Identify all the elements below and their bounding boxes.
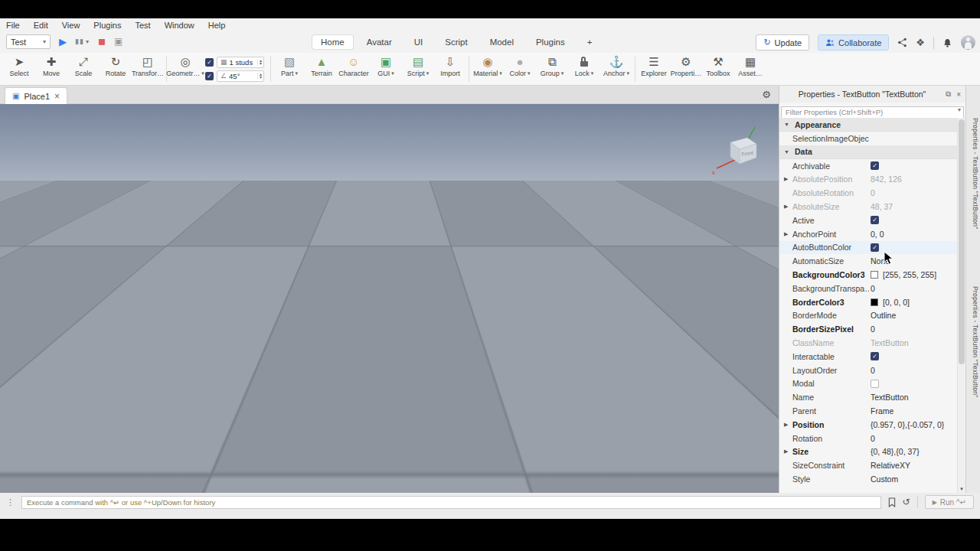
tab-avatar[interactable]: Avatar bbox=[358, 35, 400, 49]
property-value[interactable]: TextButton bbox=[869, 393, 909, 402]
tool-move[interactable]: ✚Move bbox=[35, 53, 67, 85]
chevron-down-icon[interactable]: ▾ bbox=[561, 71, 564, 76]
tool-select[interactable]: ➤Select bbox=[3, 53, 35, 85]
expand-icon[interactable]: ▶ bbox=[784, 204, 791, 210]
property-row-backgroundcolor3[interactable]: BackgroundColor3[255, 255, 255] bbox=[779, 268, 957, 282]
stepper-down-icon[interactable]: ▾ bbox=[260, 62, 262, 66]
property-value[interactable]: 842, 126 bbox=[869, 174, 902, 184]
3d-viewport[interactable]: Shop X 48 x 37 bbox=[0, 104, 779, 493]
tool-toolbox[interactable]: ⚒Toolbox bbox=[702, 53, 734, 85]
property-row-interactable[interactable]: Interactable✓ bbox=[779, 350, 957, 364]
tool-import[interactable]: ⇩Import bbox=[434, 53, 466, 85]
property-row-bordersizepixel[interactable]: BorderSizePixel0 bbox=[779, 322, 957, 336]
section-caret-icon[interactable]: ▼ bbox=[784, 149, 791, 155]
property-value[interactable]: 0 bbox=[869, 188, 875, 197]
property-row-style[interactable]: StyleCustom bbox=[779, 472, 957, 486]
property-value[interactable]: TextButton bbox=[869, 338, 909, 347]
snap-rotate-field[interactable]: ∠ 45° ▴▾ bbox=[217, 70, 264, 82]
menu-help[interactable]: Help bbox=[208, 21, 226, 30]
resize-handle[interactable] bbox=[514, 194, 518, 198]
property-row-active[interactable]: Active✓ bbox=[779, 214, 957, 227]
property-row-classname[interactable]: ClassNameTextButton bbox=[779, 336, 957, 350]
tool-material[interactable]: ◉Material▾ bbox=[472, 53, 504, 85]
resize-handle[interactable] bbox=[514, 181, 518, 184]
resize-handle[interactable] bbox=[548, 208, 552, 212]
textbutton-face[interactable]: X bbox=[516, 183, 550, 210]
avatar[interactable] bbox=[961, 35, 975, 50]
property-row-selectionimageobject[interactable]: SelectionImageObject bbox=[779, 132, 957, 145]
chevron-down-icon[interactable]: ▾ bbox=[499, 71, 502, 76]
property-value[interactable]: 48, 37 bbox=[869, 202, 893, 211]
shop-label[interactable]: Shop bbox=[23, 285, 145, 314]
property-row-absoluterotation[interactable]: AbsoluteRotation0 bbox=[779, 186, 957, 200]
property-value[interactable]: Custom bbox=[869, 474, 898, 484]
expand-icon[interactable]: ▶ bbox=[784, 176, 791, 182]
snap-move-field[interactable]: ▦ 1 studs ▴▾ bbox=[217, 57, 264, 68]
property-row-modal[interactable]: Modal bbox=[779, 377, 957, 391]
tool-gui[interactable]: ▣GUI▾ bbox=[370, 53, 402, 85]
command-input[interactable] bbox=[21, 496, 881, 509]
snap-move-stepper[interactable]: ▴▾ bbox=[257, 59, 262, 66]
tool-group[interactable]: ⧉Group▾ bbox=[536, 53, 568, 85]
gui-frame[interactable] bbox=[249, 195, 530, 399]
notifications-button[interactable] bbox=[942, 37, 952, 48]
property-value[interactable]: 0 bbox=[869, 366, 875, 375]
dock-tab-properties-2[interactable]: Properties - TextButton "TextButton" bbox=[969, 286, 979, 398]
property-value[interactable]: [255, 255, 255] bbox=[881, 270, 936, 279]
property-value[interactable]: 0, 0 bbox=[869, 230, 884, 239]
dock-tab-properties-1[interactable]: Properties - TextButton "TextButton" bbox=[969, 118, 979, 230]
history-button[interactable]: ↺ bbox=[903, 497, 910, 507]
scrollbar-thumb[interactable] bbox=[959, 119, 965, 364]
resize-handle[interactable] bbox=[531, 181, 534, 184]
chevron-down-icon[interactable]: ▾ bbox=[627, 71, 630, 76]
pause-button[interactable]: ▮▮▾ bbox=[75, 34, 90, 49]
property-value[interactable]: 0 bbox=[869, 434, 875, 443]
chevron-down-icon[interactable]: ▾ bbox=[296, 71, 299, 76]
float-panel-icon[interactable]: ⧉ bbox=[946, 90, 951, 99]
property-row-name[interactable]: NameTextButton bbox=[779, 390, 957, 404]
tool-properties[interactable]: ⚙Properti… bbox=[670, 53, 702, 85]
property-row-bordermode[interactable]: BorderModeOutline bbox=[779, 309, 957, 323]
expand-icon[interactable]: ▶ bbox=[784, 231, 791, 237]
selected-textbutton[interactable]: X bbox=[516, 183, 550, 210]
record-button[interactable]: ▣ bbox=[114, 34, 122, 49]
property-value[interactable]: {0.957, 0},{-0.057, 0} bbox=[869, 420, 944, 429]
tab-model[interactable]: Model bbox=[482, 35, 522, 49]
property-row-backgroundtranspa[interactable]: BackgroundTranspa…0 bbox=[779, 282, 957, 295]
test-mode-dropdown[interactable]: Test ▾ bbox=[6, 34, 51, 49]
menu-test[interactable]: Test bbox=[135, 21, 150, 30]
resize-handle[interactable] bbox=[514, 208, 518, 212]
chevron-down-icon[interactable]: ▾ bbox=[426, 71, 430, 76]
property-value[interactable]: {0, 48},{0, 37} bbox=[869, 447, 920, 456]
autobuttoncolor-checkbox[interactable]: ✓ bbox=[871, 243, 879, 252]
run-button[interactable]: ▶ Run ^↵ bbox=[925, 495, 974, 509]
section-appearance[interactable]: ▼Appearance bbox=[779, 118, 957, 132]
tool-color[interactable]: ●Color▾ bbox=[504, 53, 536, 85]
chevron-down-icon[interactable]: ▾ bbox=[528, 71, 531, 76]
update-button[interactable]: ↻ Update bbox=[756, 34, 809, 51]
bookmark-button[interactable] bbox=[888, 497, 896, 507]
close-icon[interactable]: × bbox=[54, 91, 60, 102]
property-row-automaticsize[interactable]: AutomaticSizeNone bbox=[779, 254, 957, 268]
menu-view[interactable]: View bbox=[62, 21, 80, 30]
tab-add[interactable]: + bbox=[579, 35, 601, 49]
filter-properties-input[interactable] bbox=[781, 106, 964, 119]
tab-home[interactable]: Home bbox=[312, 35, 353, 49]
collaborate-button[interactable]: Collaborate bbox=[818, 34, 889, 51]
chevron-down-icon[interactable]: ▾ bbox=[591, 71, 594, 76]
property-row-absoluteposition[interactable]: ▶AbsolutePosition842, 126 bbox=[779, 173, 957, 187]
active-checkbox[interactable]: ✓ bbox=[871, 216, 879, 224]
bordercolor3-swatch[interactable] bbox=[871, 298, 878, 306]
property-value[interactable]: [0, 0, 0] bbox=[881, 298, 910, 307]
resize-handle[interactable] bbox=[531, 208, 534, 212]
tool-asset-manager[interactable]: ▦Asset… bbox=[734, 53, 766, 85]
properties-scrollbar[interactable]: ▾ bbox=[957, 118, 965, 493]
snap-rotate-checkbox[interactable]: ✓ bbox=[205, 72, 214, 80]
tool-explorer[interactable]: ☰Explorer bbox=[638, 53, 670, 85]
property-value[interactable]: Frame bbox=[869, 406, 893, 416]
snap-rotate-stepper[interactable]: ▴▾ bbox=[257, 73, 262, 80]
chevron-down-icon[interactable]: ▾ bbox=[958, 106, 961, 113]
stop-button[interactable]: ◼ bbox=[98, 34, 106, 49]
share-button[interactable] bbox=[897, 37, 907, 47]
tool-scale[interactable]: ⤢Scale bbox=[67, 53, 100, 85]
